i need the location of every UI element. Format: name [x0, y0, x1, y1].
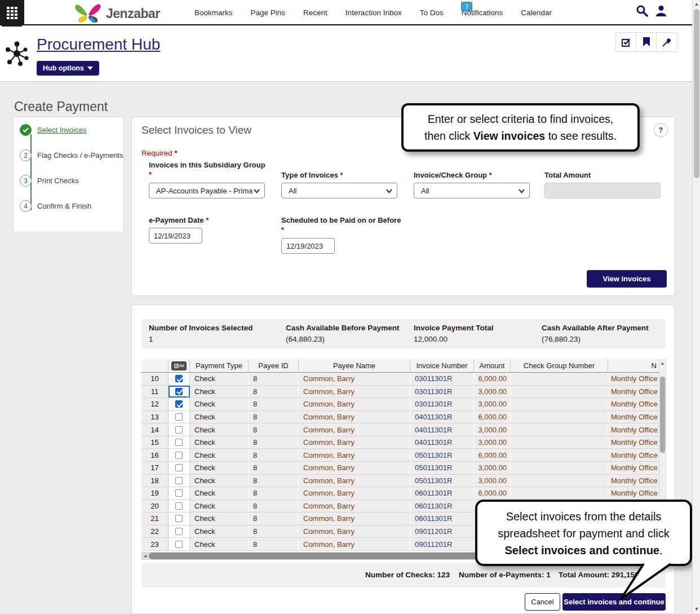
search-icon[interactable]: [636, 5, 648, 17]
hub-title-link[interactable]: Procurement Hub: [37, 36, 160, 54]
tasks-check-button[interactable]: [616, 33, 636, 51]
payee-id-cell: 8: [249, 487, 299, 500]
col-invoice-number[interactable]: Invoice Number: [410, 359, 474, 372]
page-scroll-thumb[interactable]: [694, 9, 699, 178]
checkbox-unchecked[interactable]: [175, 502, 183, 510]
page-scroll-down-arrow[interactable]: ▼: [693, 606, 700, 612]
nav-bookmarks[interactable]: Bookmarks: [194, 8, 233, 17]
checkbox-unchecked[interactable]: [175, 464, 183, 471]
row-checkbox-cell[interactable]: [169, 423, 190, 436]
invoice-number-cell: 06011301R: [410, 487, 474, 500]
col-payee-name[interactable]: Payee Name: [299, 359, 410, 372]
check-group-cell: [511, 398, 608, 410]
col-payee-id[interactable]: Payee ID: [249, 359, 299, 372]
nav-calendar[interactable]: Calendar: [521, 8, 552, 17]
summary-cash-after: Cash Available After Payment(76,880.23): [542, 324, 649, 348]
page-title: Create Payment: [14, 99, 108, 114]
col-payment-type[interactable]: Payment Type: [190, 359, 249, 372]
table-row: 16Check8Common, Barry05011301R6,000.00Mo…: [141, 449, 659, 462]
payment-type-cell: Check: [190, 386, 249, 398]
checkbox-checked[interactable]: [175, 375, 183, 382]
pin-button[interactable]: [657, 33, 677, 51]
checkbox-checked[interactable]: [175, 400, 183, 408]
row-checkbox-cell[interactable]: [169, 436, 190, 449]
row-checkbox-cell[interactable]: [169, 449, 190, 461]
payee-name-cell: Common, Barry: [299, 538, 410, 550]
payment-type-cell: Check: [190, 423, 249, 436]
checkbox-unchecked[interactable]: [175, 477, 183, 484]
row-checkbox-cell[interactable]: [169, 525, 190, 538]
page-scrollbar[interactable]: ▲ ▼: [692, 0, 700, 614]
nav-recent[interactable]: Recent: [303, 8, 327, 17]
col-check-group-number[interactable]: Check Group Number: [511, 359, 608, 372]
nav-page-pins[interactable]: Page Pins: [251, 8, 286, 17]
select-all-button[interactable]: All: [171, 361, 187, 370]
nav-to-dos[interactable]: To Dos: [420, 8, 444, 17]
row-number-header: [141, 359, 169, 372]
amount-cell: 6,000.00: [474, 411, 511, 423]
subsidiary-group-select[interactable]: AP-Accounts Payable - Prima: [149, 183, 265, 198]
hub-options-button[interactable]: Hub options: [37, 61, 99, 76]
row-number: 20: [141, 500, 169, 513]
name-cell: Monthly Office: [608, 386, 659, 398]
row-number: 15: [141, 436, 169, 449]
row-checkbox-cell[interactable]: [169, 500, 190, 513]
waffle-grid-icon: [7, 7, 17, 19]
hub-network-icon: [3, 39, 29, 68]
checkbox-unchecked[interactable]: [175, 439, 183, 446]
view-invoices-button[interactable]: View invoices: [587, 270, 667, 288]
user-icon[interactable]: [655, 5, 667, 17]
row-number: 19: [141, 487, 169, 500]
row-number: 17: [141, 462, 169, 474]
checkbox-unchecked[interactable]: [175, 489, 183, 497]
checkbox-unchecked[interactable]: [175, 452, 183, 459]
scroll-left-arrow[interactable]: ◂: [141, 553, 149, 559]
row-checkbox-cell[interactable]: [169, 513, 190, 525]
row-number: 21: [141, 513, 169, 525]
row-checkbox-cell[interactable]: [169, 487, 190, 500]
type-of-invoices-select[interactable]: All: [281, 183, 397, 198]
page-scroll-up-arrow[interactable]: ▲: [693, 1, 700, 7]
payment-type-cell: Check: [190, 500, 249, 513]
checkbox-checked[interactable]: [175, 388, 183, 395]
step-select-invoices[interactable]: Select Invoices: [20, 124, 86, 136]
payee-name-cell: Common, Barry: [299, 373, 410, 385]
scroll-up-arrow[interactable]: ▲: [659, 360, 666, 367]
row-checkbox-cell[interactable]: [169, 398, 190, 410]
bookmark-button[interactable]: [636, 33, 657, 51]
checkbox-unchecked[interactable]: [175, 528, 183, 535]
payee-name-cell: Common, Barry: [299, 398, 410, 410]
active-cell-fill-handle[interactable]: [188, 396, 190, 397]
nav-interaction-inbox[interactable]: Interaction Inbox: [345, 8, 402, 17]
invoice-check-group-select[interactable]: All: [414, 183, 530, 198]
table-row: 17Check8Common, Barry05011301R3,000.00Mo…: [141, 462, 659, 475]
app-menu-button[interactable]: [0, 0, 24, 25]
payment-type-cell: Check: [190, 373, 249, 385]
row-number: 12: [141, 398, 169, 410]
name-cell: Monthly Office: [608, 462, 659, 474]
check-group-cell: [511, 411, 608, 423]
row-checkbox-cell[interactable]: [169, 475, 190, 487]
row-checkbox-cell[interactable]: [169, 373, 190, 385]
row-checkbox-cell[interactable]: [169, 538, 190, 550]
checkbox-unchecked[interactable]: [175, 426, 183, 434]
checkbox-unchecked[interactable]: [175, 515, 183, 522]
row-checkbox-cell[interactable]: [169, 386, 190, 398]
col-amount[interactable]: Amount: [474, 359, 511, 372]
col-name-truncated[interactable]: N: [608, 359, 659, 372]
scheduled-date-label: Scheduled to be Paid on or Before*: [281, 215, 405, 235]
amount-cell: 3,000.00: [474, 462, 511, 474]
payment-type-cell: Check: [190, 487, 249, 500]
epayment-date-input[interactable]: 12/19/2023: [149, 228, 202, 244]
row-checkbox-cell[interactable]: [169, 462, 190, 474]
payee-name-cell: Common, Barry: [299, 411, 410, 423]
help-icon[interactable]: ?: [654, 123, 668, 137]
checkbox-unchecked[interactable]: [175, 413, 183, 421]
table-row: 11Check8Common, Barry03011301R3,000.00Mo…: [141, 386, 659, 399]
vertical-scroll-thumb[interactable]: [660, 377, 665, 453]
cancel-button[interactable]: Cancel: [525, 593, 560, 611]
row-checkbox-cell[interactable]: [169, 411, 190, 423]
checkbox-unchecked[interactable]: [175, 541, 183, 548]
scheduled-date-input[interactable]: 12/19/2023: [281, 238, 335, 254]
chevron-down-icon: [386, 189, 392, 193]
